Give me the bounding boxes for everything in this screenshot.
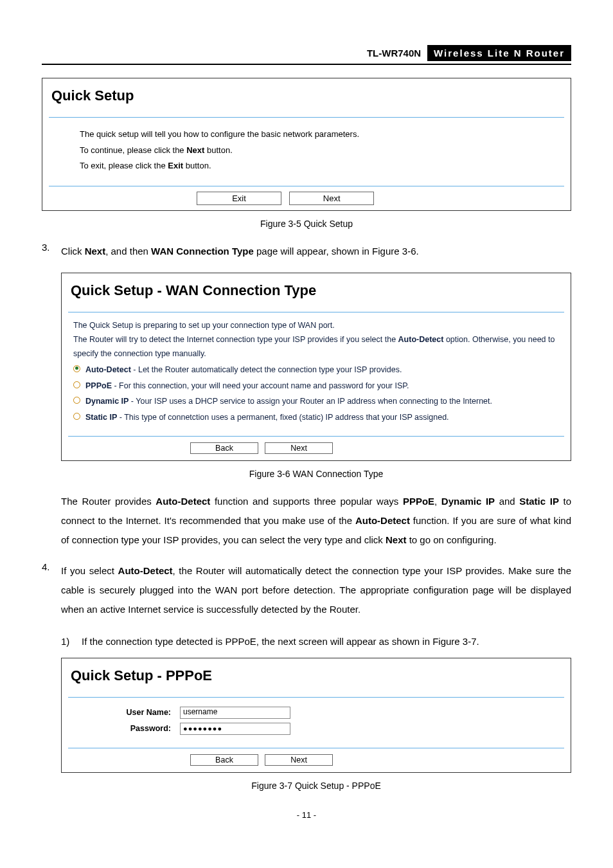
quick-setup-panel: Quick Setup The quick setup will tell yo… [42,78,571,211]
step-4: 4. If you select Auto-Detect, the Router… [42,561,571,631]
next-button[interactable]: Next [289,192,374,205]
substep-1: 1) If the connection type detected is PP… [61,633,571,650]
body-paragraph: The Router provides Auto-Detect function… [61,492,571,550]
model-label: TL-WR740N [367,48,427,59]
next-button[interactable]: Next [265,754,333,766]
radio-icon[interactable] [73,397,80,404]
text-line: To exit, please click the Exit button. [80,158,545,174]
back-button[interactable]: Back [190,442,258,454]
panel-title: Quick Setup [42,78,571,117]
wan-type-panel: Quick Setup - WAN Connection Type The Qu… [61,273,571,461]
step-number: 4. [42,561,61,631]
radio-icon[interactable] [73,381,80,388]
text-line: The quick setup will tell you how to con… [80,127,545,143]
panel-title: Quick Setup - PPPoE [62,658,571,697]
text-line: The Quick Setup is preparing to set up y… [73,319,559,333]
step-text: If you select Auto-Detect, the Router wi… [61,561,571,619]
radio-option[interactable]: Static IP - This type of connetction use… [73,411,559,425]
back-button[interactable]: Back [190,754,258,766]
panel-body: User Name: username Password: ●●●●●●●● [62,698,571,748]
figure-caption: Figure 3-7 Quick Setup - PPPoE [61,781,571,791]
text-line: To continue, please click the Next butto… [80,143,545,159]
step-text: Click Next, and then WAN Connection Type… [61,242,571,261]
figure-caption: Figure 3-6 WAN Connection Type [61,469,571,479]
text-line: The Router will try to detect the Intern… [73,333,559,361]
radio-icon[interactable] [73,365,80,372]
step-number: 3. [42,242,61,270]
pppoe-panel: Quick Setup - PPPoE User Name: username … [61,658,571,773]
radio-label: Auto-Detect - Let the Router automatical… [85,363,402,377]
button-row: Exit Next [42,186,571,210]
radio-option[interactable]: Auto-Detect - Let the Router automatical… [73,363,559,377]
radio-label: Static IP - This type of connetction use… [85,411,449,425]
password-label: Password: [62,724,180,733]
radio-label: Dynamic IP - Your ISP uses a DHCP servic… [85,395,492,409]
radio-icon[interactable] [73,413,80,420]
button-row: Back Next [62,748,571,772]
substep-text: If the connection type detected is PPPoE… [82,633,571,650]
next-button[interactable]: Next [265,442,333,454]
username-input[interactable]: username [180,707,290,719]
panel-title: Quick Setup - WAN Connection Type [62,273,571,312]
page-header: TL-WR740N Wireless Lite N Router [42,45,571,65]
panel-body: The Quick Setup is preparing to set up y… [62,312,571,436]
radio-label: PPPoE - For this connection, your will n… [85,379,409,393]
step-3: 3. Click Next, and then WAN Connection T… [42,242,571,270]
page-number: - 11 - [42,810,571,820]
figure-caption: Figure 3-5 Quick Setup [42,219,571,229]
radio-option[interactable]: PPPoE - For this connection, your will n… [73,379,559,393]
button-row: Back Next [62,437,571,460]
password-input[interactable]: ●●●●●●●● [180,723,290,735]
substep-number: 1) [61,633,82,650]
product-desc: Wireless Lite N Router [427,45,571,61]
exit-button[interactable]: Exit [197,192,281,205]
panel-body: The quick setup will tell you how to con… [42,118,571,186]
username-label: User Name: [62,708,180,717]
radio-option[interactable]: Dynamic IP - Your ISP uses a DHCP servic… [73,395,559,409]
